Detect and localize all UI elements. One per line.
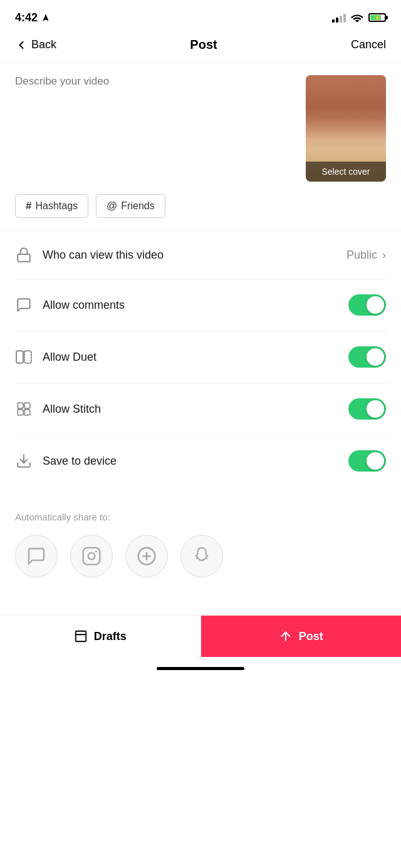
snapchat-icon: [192, 546, 212, 566]
post-button[interactable]: Post: [201, 616, 402, 657]
duet-icon: [15, 348, 33, 366]
hashtag-icon: #: [26, 200, 31, 212]
back-button[interactable]: Back: [15, 38, 56, 51]
post-icon: [279, 629, 293, 643]
instagram-icon: [81, 546, 102, 566]
messages-icon: [26, 546, 46, 566]
download-icon: [15, 452, 33, 470]
svg-rect-3: [18, 403, 23, 408]
video-thumbnail[interactable]: Select cover: [306, 75, 386, 182]
svg-rect-4: [24, 403, 30, 408]
share-messages-button[interactable]: [15, 535, 58, 577]
allow-duet-row: Allow Duet: [15, 331, 386, 383]
allow-stitch-label: Allow Stitch: [43, 403, 101, 416]
svg-rect-8: [83, 548, 100, 565]
status-bar: 4:42 ⚡: [0, 0, 401, 33]
svg-rect-2: [24, 351, 31, 363]
description-area: Select cover: [0, 63, 401, 194]
home-indicator: [0, 657, 401, 675]
drafts-button[interactable]: Drafts: [0, 616, 201, 657]
select-cover-label[interactable]: Select cover: [306, 162, 386, 182]
save-to-device-row: Save to device: [15, 435, 386, 487]
description-input[interactable]: [15, 75, 296, 182]
who-can-view-label: Who can view this video: [43, 249, 164, 262]
stitch-icon: [15, 400, 33, 418]
who-can-view-row[interactable]: Who can view this video Public ›: [15, 231, 386, 279]
status-time: 4:42: [15, 11, 38, 24]
allow-duet-label: Allow Duet: [43, 351, 96, 364]
stitch-toggle[interactable]: [348, 398, 386, 420]
settings-section: Who can view this video Public › Allow c…: [0, 231, 401, 487]
share-snapchat-button[interactable]: [180, 535, 223, 577]
allow-comments-row: Allow comments: [15, 279, 386, 331]
bottom-buttons: Drafts Post: [0, 615, 401, 657]
auto-share-section: Automatically share to:: [0, 487, 401, 590]
home-bar: [157, 667, 244, 670]
svg-rect-14: [75, 631, 86, 642]
svg-point-9: [88, 553, 95, 560]
svg-rect-0: [18, 254, 30, 262]
tiktok-plus-icon: [137, 546, 157, 566]
hashtags-button[interactable]: # Hashtags: [15, 194, 88, 218]
share-instagram-button[interactable]: [70, 535, 113, 577]
tag-buttons-area: # Hashtags @ Friends: [0, 194, 401, 230]
allow-stitch-row: Allow Stitch: [15, 383, 386, 435]
signal-icon: [332, 13, 346, 23]
chevron-right-icon: ›: [382, 249, 386, 262]
svg-rect-5: [18, 410, 23, 415]
cancel-button[interactable]: Cancel: [351, 38, 386, 51]
save-to-device-label: Save to device: [43, 455, 117, 468]
auto-share-icons: [15, 535, 386, 577]
svg-rect-6: [24, 410, 30, 415]
comment-icon: [15, 296, 33, 314]
allow-comments-label: Allow comments: [43, 299, 125, 312]
visibility-value: Public: [346, 249, 377, 262]
auto-share-label: Automatically share to:: [15, 512, 386, 522]
duet-toggle[interactable]: [348, 346, 386, 368]
share-tiktok-plus-button[interactable]: [125, 535, 168, 577]
wifi-icon: [351, 13, 363, 22]
navigation-icon: [41, 13, 50, 22]
battery-icon: ⚡: [368, 13, 386, 22]
at-icon: @: [107, 200, 117, 212]
friends-button[interactable]: @ Friends: [96, 194, 165, 218]
header: Back Post Cancel: [0, 33, 401, 63]
comments-toggle[interactable]: [348, 294, 386, 316]
svg-point-10: [95, 550, 97, 552]
save-device-toggle[interactable]: [348, 450, 386, 472]
status-icons: ⚡: [332, 13, 386, 23]
drafts-icon: [74, 629, 88, 643]
lock-icon: [15, 246, 33, 264]
page-title: Post: [190, 38, 217, 52]
svg-rect-1: [16, 351, 23, 363]
